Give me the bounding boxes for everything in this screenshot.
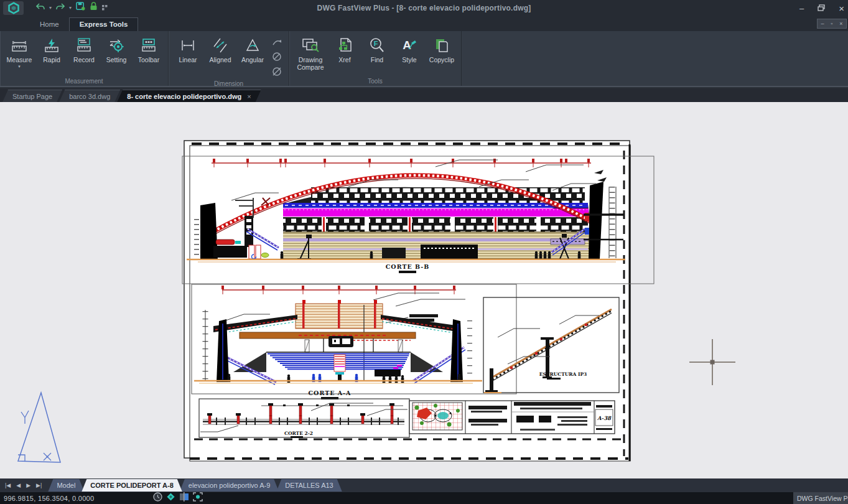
drawing-compare-button[interactable]: Drawing Compare bbox=[293, 34, 328, 71]
angular-icon bbox=[244, 35, 261, 56]
measure-dropdown-caret: ▾ bbox=[18, 64, 21, 69]
ribbon-group-tools: Drawing Compare Xref F Find A Style Copy… bbox=[289, 31, 462, 86]
copyclip-icon bbox=[433, 35, 450, 56]
label-estructura: ESTRUCTURA IP3 bbox=[539, 371, 587, 377]
linear-label: Linear bbox=[179, 56, 197, 63]
snap-icon[interactable] bbox=[166, 492, 175, 504]
rapid-button[interactable]: Rapid bbox=[36, 34, 67, 63]
last-layout-button[interactable]: ▶| bbox=[36, 482, 42, 488]
layout-tab-corte-polideport-a8[interactable]: CORTE POLIDEPORT A-8 bbox=[82, 479, 182, 492]
find-button[interactable]: F Find bbox=[361, 34, 393, 63]
label-corte-bb: CORTE B-B bbox=[386, 263, 429, 270]
linear-button[interactable]: Linear bbox=[172, 34, 203, 63]
layout-tab-detalles-a13[interactable]: DETALLES A13 bbox=[276, 479, 342, 492]
style-button[interactable]: A Style bbox=[394, 34, 425, 63]
style-label: Style bbox=[402, 56, 416, 63]
prev-layout-button[interactable]: ◀ bbox=[16, 482, 21, 488]
measure-button[interactable]: Measure ▾ bbox=[4, 34, 35, 69]
group-label-tools: Tools bbox=[289, 77, 461, 86]
label-sheet-number: A-38 bbox=[597, 415, 612, 421]
window-title: DWG FastView Plus - [8- corte elevacio p… bbox=[0, 4, 848, 12]
label-corte-22: CORTE 2-2 bbox=[284, 431, 313, 436]
ribbon-group-dimension: Linear Aligned Angular Dimension bbox=[169, 31, 289, 86]
aligned-icon bbox=[212, 35, 229, 56]
drawing-canvas[interactable]: CORTE B-B bbox=[0, 102, 848, 478]
copyclip-button[interactable]: Copyclip bbox=[426, 34, 457, 63]
drawing-compare-label: Drawing Compare bbox=[293, 56, 328, 71]
aligned-button[interactable]: Aligned bbox=[205, 34, 236, 63]
ribbon: Measure ▾ Rapid Record Setting Too bbox=[0, 31, 848, 87]
toolbar-icon bbox=[140, 35, 157, 56]
group-label-measurement: Measurement bbox=[0, 77, 168, 86]
find-icon: F bbox=[368, 35, 386, 56]
toolbar-button[interactable]: Toolbar bbox=[133, 34, 164, 63]
doc-tab-barco3d[interactable]: barco 3d.dwg bbox=[59, 90, 120, 102]
layout-tab-elevacion-a9[interactable]: elevacion polideportivo A-9 bbox=[180, 479, 279, 492]
diameter-dimension-icon[interactable] bbox=[272, 67, 282, 79]
rapid-icon bbox=[43, 35, 60, 56]
app-window: ▾ ▾ DWG FastView Plus - [8- corte elevac… bbox=[0, 0, 848, 504]
arc-length-dimension-icon[interactable] bbox=[272, 37, 282, 49]
xref-label: Xref bbox=[338, 56, 350, 63]
layout-tab-model[interactable]: Model bbox=[48, 479, 84, 492]
crosshair-cursor bbox=[689, 339, 735, 385]
find-label: Find bbox=[371, 56, 383, 63]
angular-label: Angular bbox=[241, 56, 264, 63]
group-label-dimension: Dimension bbox=[169, 79, 289, 88]
measure-label: Measure bbox=[7, 56, 32, 63]
document-tab-bar: Startup Page barco 3d.dwg 8- corte eleva… bbox=[0, 88, 848, 102]
record-button[interactable]: Record bbox=[68, 34, 100, 63]
brand-label: DWG FastView Plu bbox=[793, 492, 848, 504]
measure-icon bbox=[11, 35, 28, 56]
ribbon-group-measurement: Measure ▾ Rapid Record Setting Too bbox=[0, 31, 169, 86]
radius-dimension-icon[interactable] bbox=[272, 52, 282, 64]
xref-button[interactable]: Xref bbox=[329, 34, 360, 63]
style-icon: A bbox=[401, 35, 418, 56]
setting-button[interactable]: Setting bbox=[101, 34, 132, 63]
doc-tab-close-icon[interactable]: × bbox=[247, 90, 251, 103]
angular-button[interactable]: Angular bbox=[237, 34, 268, 63]
doc-tab-label: barco 3d.dwg bbox=[69, 93, 110, 100]
record-label: Record bbox=[73, 56, 95, 63]
toolbar-label: Toolbar bbox=[138, 56, 159, 63]
label-corte-aa: CORTE A-A bbox=[309, 390, 352, 396]
rapid-label: Rapid bbox=[43, 56, 60, 63]
svg-text:A: A bbox=[403, 39, 411, 52]
xref-icon bbox=[336, 35, 353, 56]
split-view-icon[interactable] bbox=[179, 492, 189, 504]
selection-cycling-icon[interactable] bbox=[193, 492, 203, 504]
copyclip-label: Copyclip bbox=[429, 56, 454, 63]
linear-icon bbox=[179, 35, 197, 56]
cad-drawing: CORTE B-B bbox=[0, 102, 848, 478]
tab-home[interactable]: Home bbox=[30, 18, 69, 31]
status-bar: 996.9815, 156.3504, 0.0000 DWG FastView … bbox=[0, 492, 848, 504]
minimize-button[interactable]: – bbox=[799, 4, 804, 13]
svg-text:F: F bbox=[374, 40, 378, 47]
doc-restore-button[interactable]: ▫ bbox=[831, 21, 832, 27]
record-icon bbox=[75, 35, 93, 56]
next-layout-button[interactable]: ▶ bbox=[26, 482, 30, 488]
doc-minimize-button[interactable]: – bbox=[821, 21, 824, 27]
first-layout-button[interactable]: |◀ bbox=[5, 482, 11, 488]
setting-icon bbox=[108, 35, 125, 56]
layout-tab-bar: |◀ ◀ ▶ ▶| Model CORTE POLIDEPORT A-8 ele… bbox=[0, 478, 848, 492]
restore-button[interactable] bbox=[818, 4, 825, 13]
doc-tab-startup-page[interactable]: Startup Page bbox=[2, 90, 62, 102]
close-button[interactable]: × bbox=[839, 3, 844, 14]
drawing-compare-icon bbox=[301, 35, 320, 56]
aligned-label: Aligned bbox=[209, 56, 231, 63]
setting-label: Setting bbox=[106, 56, 127, 63]
doc-close-button[interactable]: × bbox=[839, 21, 842, 27]
ribbon-tab-row: Home Express Tools bbox=[0, 16, 848, 31]
doc-tab-label: Startup Page bbox=[12, 93, 52, 100]
doc-tab-label: 8- corte elevacio polideportivo.dwg bbox=[127, 90, 241, 103]
history-icon[interactable] bbox=[153, 492, 162, 504]
title-bar: ▾ ▾ DWG FastView Plus - [8- corte elevac… bbox=[0, 0, 848, 16]
doc-tab-corte-elevacio[interactable]: 8- corte elevacio polideportivo.dwg × bbox=[117, 90, 261, 102]
blue-triangle-object bbox=[18, 393, 60, 462]
cursor-coordinates: 996.9815, 156.3504, 0.0000 bbox=[0, 495, 94, 502]
layout-nav-buttons: |◀ ◀ ▶ ▶| bbox=[0, 482, 48, 488]
document-window-controls: – ▫ × bbox=[817, 19, 847, 29]
tab-express-tools[interactable]: Express Tools bbox=[69, 17, 139, 31]
